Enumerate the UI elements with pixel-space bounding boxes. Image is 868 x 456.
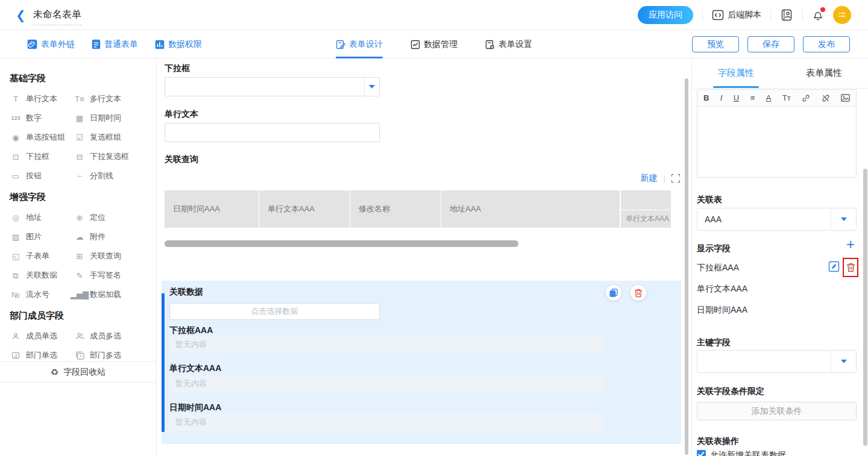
field-item-divider[interactable]: ┄分割线 <box>74 166 137 186</box>
field-item-member-single[interactable]: 成员单选 <box>10 326 74 346</box>
add-condition-button[interactable]: 添加关联条件 <box>697 402 857 420</box>
tab-data-management[interactable]: 数据管理 <box>410 30 458 58</box>
underline-icon[interactable]: U <box>734 94 739 102</box>
panel-vertical-scrollbar[interactable] <box>863 169 867 446</box>
divider <box>802 10 803 20</box>
field-item-number[interactable]: 123数字 <box>10 108 74 128</box>
add-display-field-button[interactable]: + <box>846 239 855 250</box>
person-icon <box>10 332 22 340</box>
field-item-button[interactable]: ▭按钮 <box>10 166 74 186</box>
field-item-dropdown[interactable]: ⊡下拉框 <box>10 147 74 166</box>
dropdown-field-select[interactable] <box>165 77 380 96</box>
table-operations-label: 关联表操作 <box>697 436 739 447</box>
field-item-label: 复选框组 <box>90 132 121 143</box>
calendar-icon: ▦ <box>74 114 86 122</box>
tab-data-management-label: 数据管理 <box>424 39 458 50</box>
user-avatar[interactable] <box>833 6 851 24</box>
unlink-icon[interactable] <box>822 94 830 102</box>
description-rich-text-editor[interactable]: B I U ≡ A Tᴛ <box>697 89 857 178</box>
field-item-radio-group[interactable]: ◉单选按钮组 <box>10 128 74 147</box>
preview-button[interactable]: 预览 <box>692 36 739 52</box>
edit-display-field-button[interactable] <box>828 261 840 272</box>
field-library-sidebar: 基础字段 T单行文本 T≡多行文本 123数字 ▦日期时间 ◉单选按钮组 ☑复选… <box>0 58 157 456</box>
field-item-signature[interactable]: ✎手写签名 <box>74 266 137 285</box>
lookup-table-header: 日期时间AAA 单行文本AAA 修改名称 地址AAA 单行文本AAA <box>165 190 671 228</box>
link-icon[interactable] <box>802 94 810 102</box>
insert-image-icon[interactable] <box>841 94 850 102</box>
table-horizontal-scrollbar[interactable] <box>165 240 518 247</box>
divider <box>702 10 703 20</box>
field-item-label: 下拉框 <box>26 151 49 162</box>
sub-field-label: 单行文本AAA <box>169 363 221 374</box>
select-suffix[interactable] <box>831 208 856 230</box>
field-item-datetime[interactable]: ▦日期时间 <box>74 108 137 128</box>
field-item-data-load[interactable]: ▂▅▇数据加载 <box>74 285 137 304</box>
primary-key-select[interactable] <box>697 350 857 373</box>
bold-icon[interactable]: B <box>703 94 709 102</box>
linked-table-select[interactable]: AAA <box>697 208 857 231</box>
center-tabs: 表单设计 数据管理 表单设置 <box>336 30 532 58</box>
address-book-icon[interactable] <box>780 8 793 22</box>
new-record-link[interactable]: 新建 <box>641 173 658 184</box>
delete-component-button[interactable] <box>631 285 646 301</box>
panel-tabs: 字段属性 表单属性 <box>692 58 868 89</box>
app-access-button[interactable]: 应用访问 <box>638 6 693 24</box>
field-item-dropdown-multi[interactable]: ⊟下拉复选框 <box>74 147 137 166</box>
publish-button[interactable]: 发布 <box>803 36 850 52</box>
field-item-checkbox-group[interactable]: ☑复选框组 <box>74 128 137 147</box>
field-item-linked-query[interactable]: ⊞关联查询 <box>74 246 137 266</box>
align-icon[interactable]: ≡ <box>750 94 755 102</box>
field-item-label: 图片 <box>26 231 42 242</box>
field-item-serial-number[interactable]: №流水号 <box>10 285 74 304</box>
field-item-member-multi[interactable]: 成员多选 <box>74 326 137 346</box>
display-field-row: 单行文本AAA <box>697 284 747 295</box>
delete-display-field-button-highlighted[interactable] <box>843 258 858 277</box>
field-recycle-bin[interactable]: ♻ 字段回收站 <box>0 361 156 383</box>
group-title-enhanced-fields: 增强字段 <box>10 192 146 203</box>
field-item-single-line-text[interactable]: T单行文本 <box>10 89 74 108</box>
field-item-linked-data[interactable]: ⧉关联数据 <box>10 266 74 285</box>
select-suffix[interactable] <box>364 78 379 96</box>
active-tab-underline <box>713 86 759 88</box>
field-item-label: 单选按钮组 <box>26 132 65 143</box>
field-item-address[interactable]: ◎地址 <box>10 208 74 227</box>
font-size-icon[interactable]: Tᴛ <box>782 94 791 102</box>
linked-data-component-selected[interactable]: 关联数据 点击选择数据 下拉框AAA 暂无内容 单行文本AAA 暂无内容 日期时… <box>162 281 681 444</box>
field-item-image[interactable]: ▧图片 <box>10 227 74 246</box>
pick-data-input[interactable]: 点击选择数据 <box>169 303 380 320</box>
normal-form-link[interactable]: 普通表单 <box>92 39 138 50</box>
select-suffix[interactable] <box>831 351 856 372</box>
divider-icon: ┄ <box>74 172 86 180</box>
tab-form-design[interactable]: 表单设计 <box>336 30 383 58</box>
italic-icon[interactable]: I <box>720 94 723 102</box>
form-title[interactable]: 未命名表单 <box>33 8 81 25</box>
field-item-label: 关联数据 <box>26 270 57 281</box>
lookup-column-header: 日期时间AAA <box>165 190 259 228</box>
data-load-icon: ▂▅▇ <box>74 291 86 299</box>
tab-field-properties[interactable]: 字段属性 <box>692 58 780 88</box>
field-item-subform[interactable]: ◱子表单 <box>10 246 74 266</box>
tab-form-settings[interactable]: 表单设置 <box>485 30 532 58</box>
tab-form-properties[interactable]: 表单属性 <box>780 58 868 88</box>
field-item-geolocation[interactable]: ⊕定位 <box>74 208 137 227</box>
linked-table-value: AAA <box>705 214 722 224</box>
font-color-icon[interactable]: A <box>766 94 772 102</box>
people-icon <box>74 332 86 340</box>
cloud-upload-icon: ☁ <box>74 233 86 241</box>
field-item-multi-line-text[interactable]: T≡多行文本 <box>74 89 137 108</box>
form-external-link[interactable]: 表单外链 <box>27 39 75 50</box>
allow-add-checkbox[interactable] <box>697 450 706 456</box>
dropdown-icon: ⊡ <box>10 153 22 161</box>
editor-content-area[interactable] <box>697 107 856 177</box>
backend-script-button[interactable]: 后端脚本 <box>712 9 761 21</box>
back-button[interactable]: ❮ <box>16 8 26 22</box>
notification-bell-icon[interactable] <box>812 9 824 22</box>
field-item-attachment[interactable]: ☁附件 <box>74 227 137 246</box>
text-field-input[interactable] <box>165 123 380 142</box>
copy-component-button[interactable] <box>606 285 621 301</box>
save-button[interactable]: 保存 <box>747 36 794 52</box>
canvas-vertical-scrollbar[interactable] <box>685 78 688 455</box>
basic-fields-grid: T单行文本 T≡多行文本 123数字 ▦日期时间 ◉单选按钮组 ☑复选框组 ⊡下… <box>10 89 146 186</box>
fullscreen-icon[interactable] <box>671 174 680 183</box>
data-permission-link[interactable]: 数据权限 <box>155 39 202 50</box>
